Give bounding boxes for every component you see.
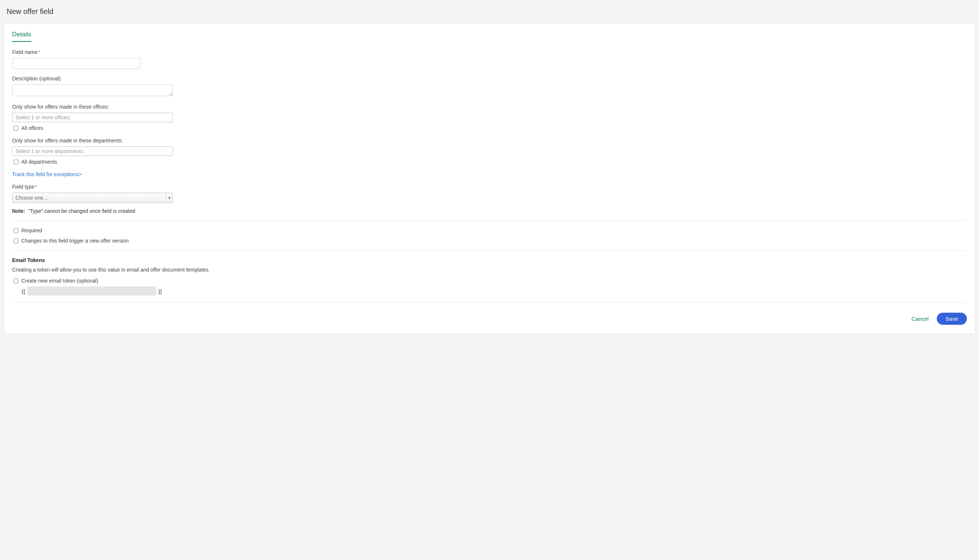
trigger-version-label[interactable]: Changes to this field trigger a new offe… [21,238,129,244]
all-departments-checkbox[interactable] [13,160,18,164]
email-token-input [28,287,156,295]
divider [12,302,967,302]
create-email-token-label[interactable]: Create new email token (optional) [21,278,98,284]
field-type-label: Field type* [12,184,967,190]
tab-details[interactable]: Details [12,31,31,42]
divider [12,220,967,221]
departments-label: Only show for offers made in these depar… [12,138,967,143]
description-label: Description (optional) [12,76,967,82]
all-offices-label[interactable]: All offices [21,125,43,131]
create-email-token-checkbox[interactable] [13,278,18,283]
email-tokens-description: Creating a token will allow you to use t… [12,267,967,273]
required-checkbox[interactable] [13,228,18,233]
field-type-select[interactable]: Choose one… [12,193,173,203]
email-tokens-heading: Email Tokens [12,257,967,263]
offices-multiselect[interactable]: Select 1 or more offices: [12,113,173,122]
offices-label: Only show for offers made in these offic… [12,104,967,110]
all-departments-label[interactable]: All departments [21,159,57,165]
required-star-icon: * [38,49,40,55]
form-panel: Details Field name* Description (optiona… [4,23,975,334]
trigger-version-checkbox[interactable] [13,238,18,243]
all-offices-checkbox[interactable] [13,126,18,131]
divider [12,250,967,251]
field-name-label: Field name* [12,49,967,55]
token-brace-open: {{ [22,288,25,294]
required-label[interactable]: Required [21,228,42,233]
page-title: New offer field [4,7,975,16]
save-button[interactable]: Save [937,313,967,325]
field-name-input[interactable] [12,58,140,69]
field-type-note: Note: "Type" cannot be changed once fiel… [12,208,967,214]
cancel-button[interactable]: Cancel [910,313,930,325]
token-brace-close: }} [158,288,162,294]
description-textarea[interactable] [12,84,173,96]
required-star-icon: * [35,184,37,190]
departments-multiselect[interactable]: Select 1 or more departments: [12,147,173,156]
track-exceptions-link[interactable]: Track this field for exceptions> [12,172,82,177]
